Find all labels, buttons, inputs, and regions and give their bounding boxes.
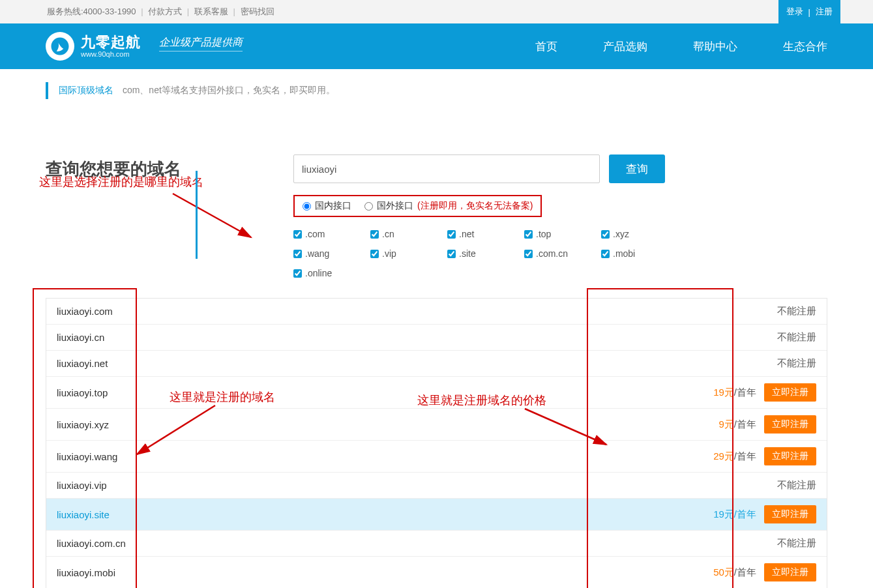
logo-icon: [46, 32, 74, 61]
caret-indicator: [196, 171, 198, 259]
tld-label: .wang: [305, 248, 329, 259]
radio-domestic[interactable]: 国内接口: [303, 200, 351, 212]
result-right: 不能注册: [777, 331, 816, 344]
tld-checkbox-input[interactable]: [601, 230, 610, 239]
tld-checkbox-input[interactable]: [601, 250, 610, 258]
result-row: liuxiaoyi.com.cn不能注册: [46, 531, 827, 557]
result-row: liuxiaoyi.vip不能注册: [46, 473, 827, 499]
hotline-text: 服务热线:4000-33-1990: [47, 7, 136, 16]
result-domain: liuxiaoyi.top: [57, 387, 108, 398]
radio-overseas-input[interactable]: [364, 202, 373, 211]
price-value: 9元: [718, 419, 733, 430]
separator: |: [187, 7, 189, 16]
nav-eco[interactable]: 生态合作: [783, 39, 827, 54]
tld-checkbox-input[interactable]: [293, 269, 302, 278]
breadcrumb-title: 国际顶级域名: [59, 85, 113, 95]
tld-checkbox-input[interactable]: [524, 230, 533, 239]
tld-checkbox[interactable]: .site: [447, 248, 493, 259]
login-link[interactable]: 登录: [786, 6, 803, 18]
tld-label: .net: [459, 229, 474, 239]
tld-checkbox[interactable]: .online: [293, 268, 339, 278]
svg-line-0: [173, 194, 251, 237]
tld-checkbox[interactable]: .mobi: [601, 248, 647, 259]
radio-overseas[interactable]: 国外接口(注册即用，免实名无法备案): [364, 200, 533, 212]
password-recover-link[interactable]: 密码找回: [241, 7, 274, 16]
register-button[interactable]: 立即注册: [764, 505, 816, 523]
nav-products[interactable]: 产品选购: [603, 39, 647, 54]
register-button[interactable]: 立即注册: [764, 563, 816, 581]
logo-block[interactable]: 九零起航 www.90qh.com 企业级产品提供商: [46, 32, 243, 61]
tld-checkbox-input[interactable]: [524, 250, 533, 258]
register-button[interactable]: 立即注册: [764, 447, 816, 465]
result-domain: liuxiaoyi.mobi: [57, 567, 115, 578]
result-right: 19元/首年立即注册: [713, 505, 816, 523]
result-domain: liuxiaoyi.vip: [57, 480, 107, 491]
tld-checkbox[interactable]: .wang: [293, 248, 339, 259]
status-unavailable: 不能注册: [777, 305, 816, 317]
result-right: 不能注册: [777, 357, 816, 370]
tld-checkbox-input[interactable]: [370, 230, 379, 239]
tld-checkbox-input[interactable]: [293, 250, 302, 258]
nav-home[interactable]: 首页: [535, 39, 557, 54]
result-right: 不能注册: [777, 305, 816, 317]
tld-checkbox-input[interactable]: [447, 230, 456, 239]
price-unit: /首年: [734, 508, 756, 520]
result-domain: liuxiaoyi.site: [57, 509, 110, 520]
price-value: 50元: [713, 566, 734, 578]
radio-overseas-hint: (注册即用，免实名无法备案): [417, 200, 533, 212]
radio-domestic-input[interactable]: [303, 202, 311, 211]
topbar-left: 服务热线:4000-33-1990 | 付款方式 | 联系客服 | 密码找回: [46, 6, 276, 18]
status-unavailable: 不能注册: [777, 357, 816, 370]
price-unit: /首年: [734, 419, 756, 430]
tld-checkbox[interactable]: .net: [447, 229, 493, 239]
separator: |: [808, 7, 810, 17]
tld-label: .vip: [382, 248, 396, 259]
results-table: liuxiaoyi.com不能注册liuxiaoyi.cn不能注册liuxiao…: [46, 298, 827, 588]
tld-checkbox-input[interactable]: [293, 230, 302, 239]
tld-label: .online: [305, 268, 332, 278]
result-right: 不能注册: [777, 479, 816, 492]
api-radio-group: 国内接口 国外接口(注册即用，免实名无法备案): [293, 195, 542, 217]
search-button[interactable]: 查询: [609, 154, 665, 183]
result-price: 50元/首年: [713, 566, 756, 579]
tld-checkbox[interactable]: .com: [293, 229, 339, 239]
register-button[interactable]: 立即注册: [764, 415, 816, 434]
price-unit: /首年: [734, 450, 756, 462]
register-link[interactable]: 注册: [816, 6, 833, 18]
logo-title: 九零起航: [81, 35, 141, 50]
result-price: 19元/首年: [713, 508, 756, 521]
domain-search-input[interactable]: [293, 154, 600, 183]
contact-link[interactable]: 联系客服: [194, 7, 228, 16]
tld-checkbox[interactable]: .vip: [370, 248, 416, 259]
nav-help[interactable]: 帮助中心: [693, 39, 737, 54]
price-unit: /首年: [734, 566, 756, 578]
result-row: liuxiaoyi.com不能注册: [46, 299, 827, 325]
register-button[interactable]: 立即注册: [764, 383, 816, 402]
header: 九零起航 www.90qh.com 企业级产品提供商 首页 产品选购 帮助中心 …: [0, 23, 873, 69]
page-body: 查询您想要的域名 查询 国内接口 国外接口(注册即用，免实名无法备案) .com…: [0, 158, 873, 588]
tld-label: .mobi: [613, 248, 635, 259]
tld-checkbox-group: .com.cn.net.top.xyz.wang.vip.site.com.cn…: [293, 229, 698, 278]
tld-checkbox-input[interactable]: [370, 250, 379, 258]
result-right: 50元/首年立即注册: [713, 563, 816, 581]
tld-label: .xyz: [613, 229, 629, 239]
tld-checkbox[interactable]: .cn: [370, 229, 416, 239]
logo-text: 九零起航 www.90qh.com: [81, 35, 141, 58]
main-nav: 首页 产品选购 帮助中心 生态合作: [535, 39, 827, 54]
tld-label: .com: [305, 229, 325, 239]
tld-checkbox[interactable]: .xyz: [601, 229, 647, 239]
result-row: liuxiaoyi.xyz9元/首年立即注册: [46, 409, 827, 441]
tld-checkbox[interactable]: .com.cn: [524, 248, 570, 259]
result-domain: liuxiaoyi.net: [57, 358, 108, 369]
result-row: liuxiaoyi.cn不能注册: [46, 325, 827, 351]
tld-checkbox-input[interactable]: [447, 250, 456, 258]
pay-link[interactable]: 付款方式: [148, 7, 182, 16]
tld-checkbox[interactable]: .top: [524, 229, 570, 239]
topbar-auth: 登录 | 注册: [778, 0, 840, 23]
radio-overseas-label: 国外接口: [377, 200, 413, 212]
separator: |: [141, 7, 143, 16]
tld-label: .site: [459, 248, 476, 259]
result-price: 29元/首年: [713, 450, 756, 463]
result-price: 19元/首年: [713, 387, 756, 399]
result-right: 29元/首年立即注册: [713, 447, 816, 465]
